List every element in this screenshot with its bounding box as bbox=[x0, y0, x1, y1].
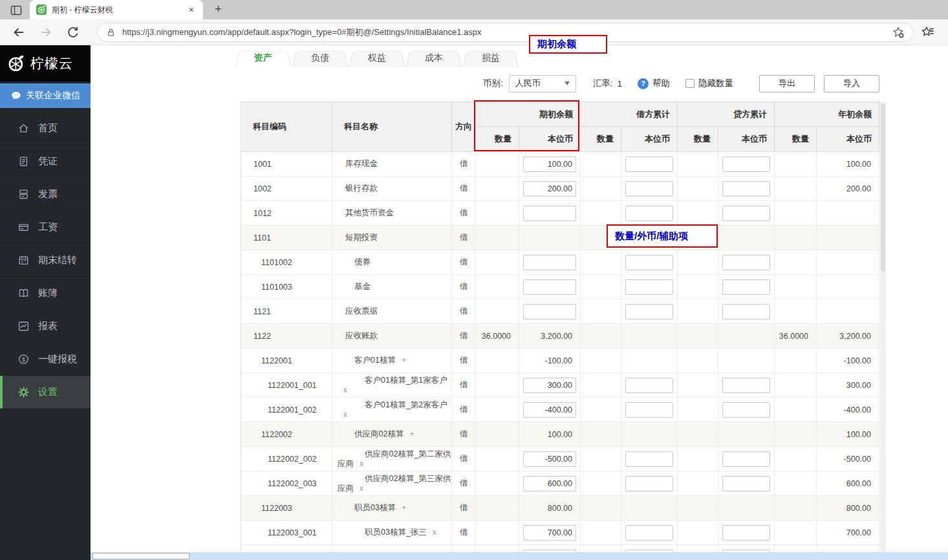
sidebar-item-voucher[interactable]: 凭证 bbox=[0, 145, 91, 178]
debit-amount-input[interactable] bbox=[625, 378, 673, 393]
debit-amount-input[interactable] bbox=[625, 181, 673, 197]
hide-quantity-label[interactable]: 隐藏数量 bbox=[698, 78, 733, 89]
tab-close-icon[interactable]: × bbox=[186, 4, 197, 16]
sidebar-item-invoice[interactable]: 发票 bbox=[0, 178, 91, 211]
currency-select[interactable]: 人民币 bbox=[509, 75, 576, 92]
credit-amount-input[interactable] bbox=[722, 279, 770, 295]
table-row: 1101002债券借 bbox=[241, 250, 881, 275]
account-name: 客户01核算_第1家客户x bbox=[332, 373, 452, 398]
add-aux-icon[interactable]: + bbox=[402, 503, 406, 512]
rate-value: 1 bbox=[617, 79, 622, 89]
credit-amount bbox=[718, 250, 775, 275]
credit-amount-input[interactable] bbox=[722, 255, 770, 270]
delete-aux-icon[interactable]: x bbox=[433, 528, 436, 537]
rate-label: 汇率: bbox=[593, 78, 613, 89]
credit-quantity bbox=[678, 521, 718, 545]
sidebar-item-ledger[interactable]: 账簿 bbox=[0, 277, 91, 310]
debit-amount-input[interactable] bbox=[625, 206, 673, 221]
horizontal-scrollbar[interactable] bbox=[91, 552, 948, 560]
account-code: 1122003_001 bbox=[241, 521, 332, 545]
initial-amount-input[interactable] bbox=[523, 402, 576, 418]
back-icon[interactable] bbox=[12, 25, 26, 39]
header-group-3: 年初余额 bbox=[775, 102, 879, 127]
initial-amount-input[interactable] bbox=[523, 304, 576, 319]
initial-amount-input[interactable] bbox=[523, 279, 576, 295]
credit-amount-input[interactable] bbox=[722, 476, 770, 491]
debit-amount-input[interactable] bbox=[625, 476, 673, 491]
url-bar[interactable]: https://j3.ningmengyun.com/app/default.a… bbox=[97, 23, 913, 42]
credit-amount-input[interactable] bbox=[722, 206, 770, 221]
hide-quantity-checkbox[interactable] bbox=[685, 79, 695, 88]
debit-amount-input[interactable] bbox=[625, 451, 673, 467]
help-label[interactable]: 帮助 bbox=[652, 78, 670, 89]
new-tab-button[interactable]: + bbox=[211, 2, 226, 16]
tab-actions-icon[interactable] bbox=[10, 4, 23, 17]
refresh-icon[interactable] bbox=[66, 25, 80, 39]
tab-3[interactable]: 成本 bbox=[406, 48, 462, 67]
tab-2[interactable]: 权益 bbox=[349, 48, 405, 67]
direction: 借 bbox=[452, 324, 476, 349]
sidebar-item-salary[interactable]: 工资 bbox=[0, 211, 91, 244]
year-amount: -400.00 bbox=[817, 398, 879, 422]
debit-amount-input[interactable] bbox=[625, 279, 673, 295]
forward-icon[interactable] bbox=[39, 25, 53, 39]
help-icon[interactable]: ? bbox=[638, 78, 649, 89]
debit-quantity bbox=[581, 373, 621, 398]
credit-amount bbox=[718, 496, 775, 521]
tab-4[interactable]: 损益 bbox=[463, 48, 519, 67]
debit-amount-input[interactable] bbox=[625, 525, 673, 541]
tax-icon: $ bbox=[17, 353, 30, 365]
initial-amount-input[interactable] bbox=[523, 181, 576, 197]
delete-aux-icon[interactable]: x bbox=[360, 459, 363, 468]
initial-amount-input[interactable] bbox=[523, 476, 576, 491]
sidebar-item-label: 期末结转 bbox=[38, 254, 77, 266]
add-aux-icon[interactable]: + bbox=[402, 356, 406, 365]
initial-amount-input[interactable] bbox=[523, 255, 576, 270]
initial-quantity bbox=[476, 299, 519, 324]
initial-amount-input[interactable] bbox=[523, 206, 576, 221]
delete-aux-icon[interactable]: x bbox=[343, 385, 347, 394]
credit-amount-input[interactable] bbox=[722, 525, 770, 541]
debit-amount bbox=[621, 275, 678, 299]
tab-1[interactable]: 负债 bbox=[292, 48, 348, 67]
add-favorite-star-icon[interactable] bbox=[892, 26, 905, 39]
currency-label: 币别: bbox=[483, 78, 503, 89]
credit-amount-input[interactable] bbox=[722, 451, 770, 467]
sidebar-item-period-end[interactable]: 期末结转 bbox=[0, 244, 91, 277]
initial-amount-input[interactable] bbox=[523, 451, 576, 467]
browser-tab[interactable]: 期初 - 柠檬云财税 × bbox=[30, 0, 203, 19]
debit-amount-input[interactable] bbox=[625, 402, 673, 418]
direction: 借 bbox=[452, 152, 476, 177]
year-quantity bbox=[775, 398, 817, 422]
debit-amount-input[interactable] bbox=[625, 304, 673, 319]
sidebar-item-tax[interactable]: $一键报税 bbox=[0, 343, 91, 376]
delete-aux-icon[interactable]: x bbox=[343, 410, 347, 419]
sidebar-item-home[interactable]: 首页 bbox=[0, 112, 91, 145]
horizontal-scrollbar-thumb[interactable] bbox=[92, 553, 189, 559]
favorites-bar-icon[interactable] bbox=[921, 25, 935, 39]
lemon-logo-icon bbox=[6, 54, 26, 73]
debit-amount-input[interactable] bbox=[625, 255, 673, 270]
initial-amount-input[interactable] bbox=[523, 378, 576, 393]
vertical-scrollbar-thumb[interactable] bbox=[881, 103, 885, 272]
credit-amount bbox=[718, 373, 775, 398]
initial-amount-input[interactable] bbox=[523, 156, 576, 172]
year-amount: 100.00 bbox=[817, 152, 879, 177]
credit-amount-input[interactable] bbox=[722, 156, 770, 172]
credit-amount-input[interactable] bbox=[722, 378, 770, 393]
vertical-scrollbar[interactable] bbox=[880, 102, 886, 552]
credit-amount-input[interactable] bbox=[722, 402, 770, 418]
sidebar-item-report[interactable]: 报表 bbox=[0, 310, 91, 343]
initial-amount-input[interactable] bbox=[523, 525, 576, 541]
delete-aux-icon[interactable]: x bbox=[360, 484, 363, 493]
sidebar-item-label: 凭证 bbox=[38, 155, 58, 167]
link-wechat-button[interactable]: 关联企业微信 bbox=[0, 83, 91, 108]
add-aux-icon[interactable]: + bbox=[409, 429, 414, 438]
credit-amount-input[interactable] bbox=[722, 304, 770, 319]
export-button[interactable]: 导出 bbox=[759, 75, 815, 92]
debit-amount-input[interactable] bbox=[625, 156, 673, 172]
sidebar-item-gear[interactable]: 设置 bbox=[0, 376, 91, 409]
import-button[interactable]: 导入 bbox=[824, 75, 879, 92]
credit-amount-input[interactable] bbox=[722, 181, 770, 197]
tab-0[interactable]: 资产 bbox=[235, 48, 291, 67]
